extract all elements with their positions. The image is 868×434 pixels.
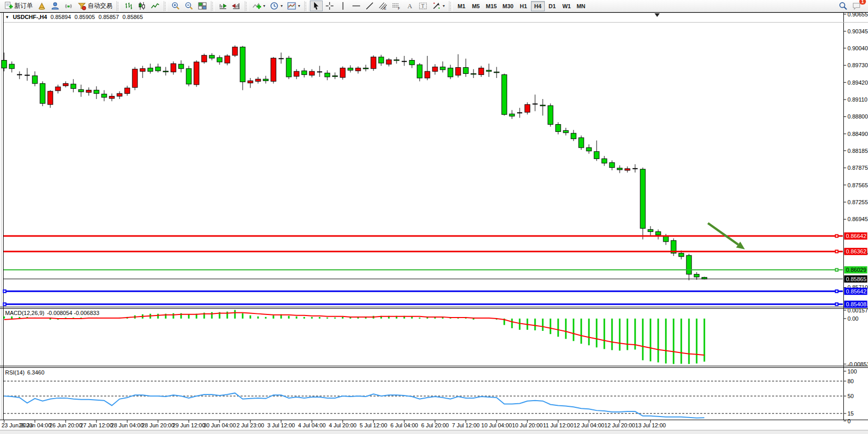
signals-button[interactable] [62, 1, 75, 11]
zoom-out-icon [185, 2, 193, 10]
arrows-tool-button[interactable]: ▾ [430, 1, 447, 11]
chart-canvas[interactable]: 0.906550.903450.900400.897300.894200.891… [0, 0, 868, 434]
fibonacci-tool-button[interactable]: F [390, 1, 403, 11]
timeframe-button-M5[interactable]: M5 [469, 1, 483, 11]
svg-text:12 Jul 20:00: 12 Jul 20:00 [604, 422, 635, 428]
charts-button[interactable] [35, 1, 48, 11]
clock-icon [270, 2, 279, 10]
svg-text:0.86642: 0.86642 [846, 233, 866, 239]
bar-chart-icon [124, 2, 133, 10]
horizontal-line-icon [352, 2, 361, 10]
chart-shift-icon [232, 2, 241, 10]
window-borders [0, 12, 868, 434]
new-order-button[interactable]: 新订单 [2, 1, 35, 11]
dropdown-caret-icon: ▾ [263, 4, 265, 8]
auto-scroll-button[interactable] [216, 1, 229, 11]
timeframe-group: M1M5M15M30H1H4D1W1MN [455, 1, 588, 11]
chart-shift-button[interactable] [230, 1, 243, 11]
text-tool-button[interactable]: A [403, 1, 416, 11]
fibonacci-icon: F [392, 2, 401, 10]
close-value: 0.85865 [123, 14, 143, 20]
svg-text:0.90345: 0.90345 [847, 28, 868, 34]
svg-text:F: F [398, 7, 400, 10]
timeframe-button-H1[interactable]: H1 [517, 1, 530, 11]
svg-text:0.89110: 0.89110 [847, 96, 867, 103]
svg-text:0.00: 0.00 [847, 315, 858, 322]
svg-text:0: 0 [847, 418, 851, 424]
toolbar-separator [211, 1, 214, 11]
svg-text:A: A [407, 3, 412, 10]
timeframe-button-W1[interactable]: W1 [560, 1, 574, 11]
svg-text:0.85408: 0.85408 [846, 301, 866, 307]
svg-text:0.86029: 0.86029 [846, 267, 866, 273]
vertical-line-tool-button[interactable] [337, 1, 349, 11]
svg-text:-0.008513: -0.008513 [847, 361, 868, 367]
svg-text:100: 100 [847, 368, 857, 374]
autotrading-icon [77, 2, 86, 10]
svg-text:0.001573: 0.001573 [847, 307, 868, 313]
indicators-button[interactable]: ▾ [250, 1, 267, 11]
svg-text:T: T [421, 3, 424, 9]
svg-text:0.89730: 0.89730 [847, 62, 868, 68]
timeframe-button-D1[interactable]: D1 [545, 1, 559, 11]
svg-text:0.90040: 0.90040 [847, 45, 868, 51]
timeframe-button-MN[interactable]: MN [574, 1, 588, 11]
svg-text:6 Jul 04:00: 6 Jul 04:00 [390, 422, 418, 428]
timeframe-button-M1[interactable]: M1 [455, 1, 468, 11]
svg-text:4 Jul 04:00: 4 Jul 04:00 [298, 422, 326, 428]
svg-text:80: 80 [847, 378, 854, 384]
timeframe-button-M15[interactable]: M15 [483, 1, 499, 11]
gold-cone-icon [37, 2, 46, 10]
candlestick-chart-type-button[interactable] [135, 1, 148, 11]
zoom-in-icon [171, 2, 180, 10]
trendline-tool-button[interactable] [363, 1, 376, 11]
chart-menu-triangle-icon[interactable]: ▼ [5, 15, 9, 19]
autotrading-button[interactable]: 自动交易 [75, 1, 114, 11]
text-label-icon: T [419, 2, 427, 10]
channel-tool-button[interactable]: E [377, 1, 389, 11]
dropdown-caret-icon: ▾ [281, 4, 283, 8]
signals-icon [64, 2, 73, 10]
svg-text:27 Jun 12:00: 27 Jun 12:00 [80, 422, 113, 428]
new-order-label: 新订单 [14, 2, 33, 10]
bar-chart-type-button[interactable] [122, 1, 135, 11]
svg-text:0.88185: 0.88185 [847, 148, 868, 154]
rsi-indicator-label: RSI(14)6.3460 [5, 369, 45, 376]
zoom-out-button[interactable] [183, 1, 195, 11]
tile-windows-button[interactable] [196, 1, 209, 11]
zoom-in-button[interactable] [169, 1, 182, 11]
low-value: 0.85857 [98, 14, 119, 20]
svg-text:11 Jul 12:00: 11 Jul 12:00 [543, 422, 573, 428]
templates-button[interactable]: ▾ [285, 1, 302, 11]
svg-text:7 Jul 12:00: 7 Jul 12:00 [452, 422, 480, 428]
cursor-tool-button[interactable] [310, 1, 323, 11]
chat-button[interactable]: 1 [850, 1, 863, 11]
svg-text:5 Jul 12:00: 5 Jul 12:00 [360, 422, 387, 428]
text-label-tool-button[interactable]: T [417, 1, 429, 11]
toolbar-separator [304, 1, 308, 11]
svg-text:28 Jun 20:00: 28 Jun 20:00 [142, 422, 174, 428]
svg-text:0.86362: 0.86362 [846, 248, 866, 254]
dropdown-caret-icon: ▾ [443, 4, 445, 8]
svg-text:29 Jun 12:00: 29 Jun 12:00 [172, 422, 205, 428]
svg-text:50: 50 [847, 393, 854, 399]
timeframe-button-H4[interactable]: H4 [531, 1, 545, 11]
crosshair-tool-button[interactable] [323, 1, 336, 11]
svg-text:0.85865: 0.85865 [846, 276, 866, 282]
profile-button[interactable] [49, 1, 62, 11]
periods-button[interactable]: ▾ [268, 1, 285, 11]
timeframe-button-M30[interactable]: M30 [500, 1, 516, 11]
indicators-icon [252, 2, 261, 10]
svg-text:0.89420: 0.89420 [847, 80, 868, 86]
toolbar-separator [116, 1, 120, 11]
line-chart-type-button[interactable] [149, 1, 162, 11]
line-chart-icon [151, 2, 160, 10]
search-button[interactable] [837, 1, 850, 11]
horizontal-line-tool-button[interactable] [350, 1, 363, 11]
svg-text:6 Jul 20:00: 6 Jul 20:00 [421, 422, 449, 428]
svg-text:0.85642: 0.85642 [846, 288, 866, 294]
profile-icon [51, 2, 60, 10]
macd-indicator-label: MACD(12,26,9)-0.008054 -0.006833 [5, 310, 100, 316]
notification-badge: 1 [859, 0, 866, 5]
new-order-icon [4, 2, 13, 10]
